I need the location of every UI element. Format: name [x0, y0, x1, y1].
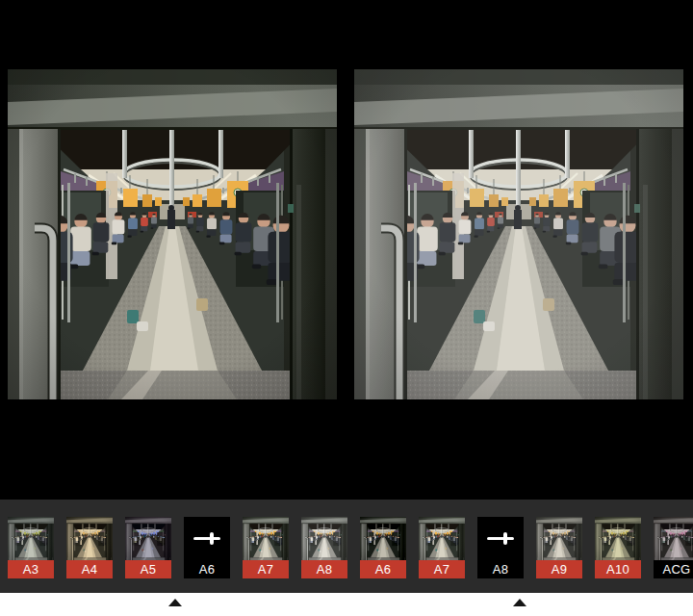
- filter-tile-a7-2[interactable]: A7: [419, 517, 465, 578]
- filter-thumbnail: [595, 517, 641, 560]
- filter-tile-a6-2[interactable]: A6: [360, 517, 406, 578]
- filter-tile-a7[interactable]: A7: [243, 517, 289, 578]
- left-preview[interactable]: [8, 69, 337, 399]
- up-triangle-icon: [513, 599, 526, 606]
- filter-thumbnail: [125, 517, 171, 560]
- filter-label: A8: [301, 560, 347, 578]
- filter-label: A7: [419, 560, 465, 578]
- filter-label: A6: [360, 560, 406, 578]
- filter-tile-a4[interactable]: A4: [66, 517, 113, 578]
- filter-label: A6: [184, 560, 230, 578]
- filter-label: A5: [125, 560, 171, 578]
- filter-label: A8: [477, 560, 524, 578]
- filter-label: ACG: [654, 560, 693, 578]
- filter-tile-a8-selected[interactable]: A8: [477, 517, 524, 578]
- filter-thumbnail: [243, 517, 289, 560]
- photo-filter-app: A3 A4 A5 A6 A7 A8 A6: [0, 0, 693, 616]
- filter-tile-a5[interactable]: A5: [125, 517, 171, 578]
- filter-thumbnail: [360, 517, 406, 560]
- filter-thumbnail-selected: [477, 517, 524, 560]
- filter-thumbnail: [66, 517, 113, 560]
- bottom-bar: [0, 593, 693, 616]
- filter-thumbnail: [654, 517, 693, 560]
- filter-label: A3: [8, 560, 54, 578]
- filter-thumbnail: [8, 517, 54, 560]
- adjust-slider-icon: [193, 532, 220, 545]
- up-triangle-icon: [168, 599, 182, 606]
- filter-label: A4: [66, 560, 113, 578]
- filter-strip: A3 A4 A5 A6 A7 A8 A6: [0, 500, 693, 593]
- adjust-slider-icon: [487, 532, 514, 545]
- filter-tile-a9[interactable]: A9: [536, 517, 582, 578]
- filter-thumbnail: [536, 517, 582, 560]
- subway-photo: [8, 69, 337, 399]
- filter-label: A10: [595, 560, 641, 578]
- filter-thumbnail: [419, 517, 465, 560]
- filter-label: A9: [536, 560, 582, 578]
- filter-thumbnail: [301, 517, 347, 560]
- filter-label: A7: [243, 560, 289, 578]
- subway-photo: [354, 69, 683, 399]
- right-preview[interactable]: [354, 69, 683, 399]
- filter-thumbnail-selected: [184, 517, 230, 560]
- filter-tile-a8[interactable]: A8: [301, 517, 347, 578]
- filter-tile-a10[interactable]: A10: [595, 517, 641, 578]
- filter-tile-a6-selected[interactable]: A6: [184, 517, 230, 578]
- filter-tile-acg[interactable]: ACG: [654, 517, 693, 578]
- filter-tile-a3[interactable]: A3: [8, 517, 54, 578]
